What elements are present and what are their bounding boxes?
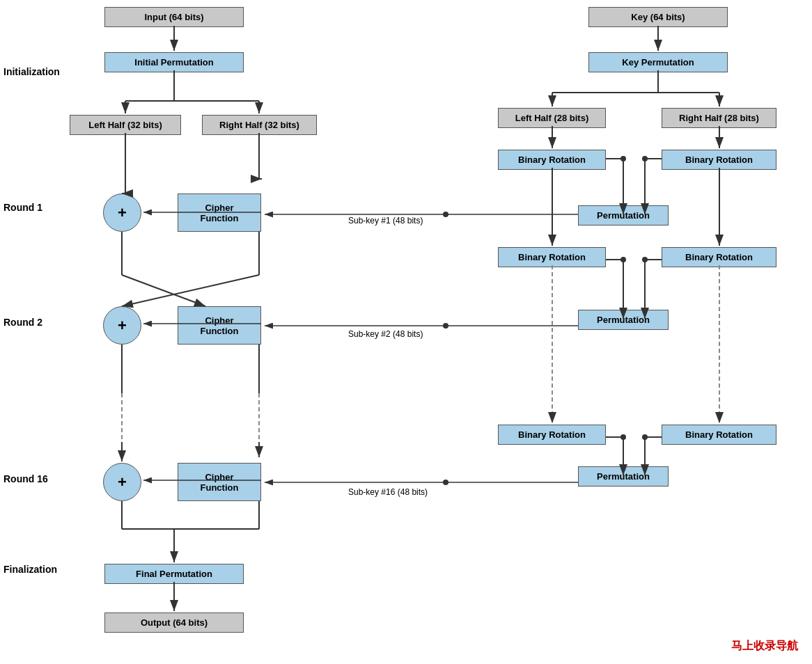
binary-rotation-lh16-box: Binary Rotation (498, 425, 606, 445)
left-half-32-box: Left Half (32 bits) (70, 115, 181, 135)
left-half-28-box: Left Half (28 bits) (498, 108, 606, 128)
svg-point-43 (443, 323, 448, 329)
svg-point-27 (620, 257, 626, 262)
cipher-function-1-box: Cipher Function (178, 193, 261, 232)
label-finalization: Finalization (3, 564, 57, 575)
right-half-32-box: Right Half (32 bits) (202, 115, 317, 135)
input-box: Input (64 bits) (104, 7, 244, 27)
binary-rotation-rh16-box: Binary Rotation (662, 425, 776, 445)
cipher-function-16-box: Cipher Function (178, 463, 261, 501)
svg-point-36 (642, 434, 648, 440)
permutation1-box: Permutation (578, 205, 669, 226)
svg-point-38 (443, 212, 448, 217)
svg-point-35 (620, 434, 626, 440)
svg-point-19 (620, 156, 626, 161)
binary-rotation-rh1-box: Binary Rotation (662, 150, 776, 170)
svg-line-59 (122, 275, 259, 306)
svg-point-48 (443, 480, 448, 485)
watermark-text: 马上收录导航 (731, 639, 798, 654)
svg-line-57 (122, 275, 205, 306)
binary-rotation-lh2-box: Binary Rotation (498, 247, 606, 267)
label-round16: Round 16 (3, 473, 48, 484)
label-round1: Round 1 (3, 202, 42, 213)
diagram-container: Initialization Round 1 Round 2 Round 16 … (0, 0, 812, 664)
label-round2: Round 2 (3, 317, 42, 328)
cipher-function-2-box: Cipher Function (178, 306, 261, 345)
xor-circle-2: + (103, 306, 141, 345)
initial-permutation-box: Initial Permutation (104, 52, 244, 72)
key-permutation-box: Key Permutation (588, 52, 728, 72)
plus-symbol-1: + (118, 204, 127, 222)
subkey16-label: Sub-key #16 (48 bits) (348, 487, 428, 497)
plus-symbol-2: + (118, 317, 127, 335)
permutation2-box: Permutation (578, 310, 669, 330)
subkey1-label: Sub-key #1 (48 bits) (348, 216, 423, 226)
permutation16-box: Permutation (578, 466, 669, 487)
right-half-28-box: Right Half (28 bits) (662, 108, 776, 128)
subkey2-label: Sub-key #2 (48 bits) (348, 329, 423, 339)
svg-point-20 (642, 156, 648, 161)
xor-circle-16: + (103, 463, 141, 501)
plus-symbol-16: + (118, 473, 127, 491)
output-box: Output (64 bits) (104, 612, 244, 633)
xor-circle-1: + (103, 193, 141, 232)
binary-rotation-lh1-box: Binary Rotation (498, 150, 606, 170)
label-initialization: Initialization (3, 66, 60, 77)
key-box: Key (64 bits) (588, 7, 728, 27)
final-permutation-box: Final Permutation (104, 564, 244, 584)
svg-point-28 (642, 257, 648, 262)
binary-rotation-rh2-box: Binary Rotation (662, 247, 776, 267)
